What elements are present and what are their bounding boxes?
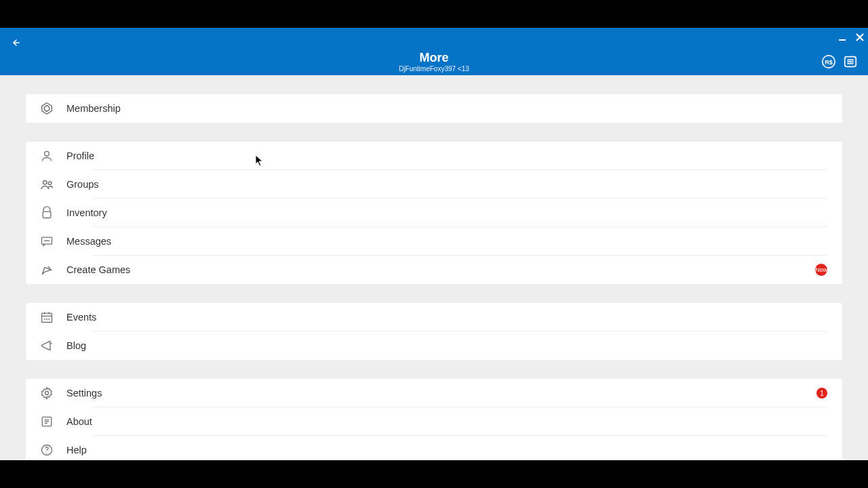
minimize-icon xyxy=(838,33,846,41)
menu-item-label: Create Games xyxy=(66,264,130,275)
menu-item-profile[interactable]: Profile xyxy=(26,142,842,170)
menu-item-groups[interactable]: Groups xyxy=(26,170,842,199)
back-arrow-icon xyxy=(9,37,20,48)
menu-item-settings[interactable]: Settings 1 xyxy=(26,379,842,407)
menu-item-membership[interactable]: Membership xyxy=(26,94,842,123)
close-icon xyxy=(856,33,864,41)
header-right-icons: R$ xyxy=(821,54,859,70)
menu-item-label: Events xyxy=(66,312,96,323)
menu-item-messages[interactable]: Messages xyxy=(26,227,842,256)
svg-point-12 xyxy=(45,151,50,156)
menu-item-blog[interactable]: Blog xyxy=(26,331,842,360)
svg-rect-15 xyxy=(43,211,51,218)
menu-item-label: Blog xyxy=(66,340,86,351)
minimize-button[interactable] xyxy=(837,33,848,41)
menu-item-label: Inventory xyxy=(66,207,107,218)
inventory-icon xyxy=(39,205,54,220)
close-button[interactable] xyxy=(854,33,865,41)
messages-icon xyxy=(39,234,54,249)
menu-item-label: Membership xyxy=(66,103,121,114)
about-icon xyxy=(39,414,54,429)
letterbox-top xyxy=(0,0,868,28)
menu-item-help[interactable]: Help xyxy=(26,436,842,460)
svg-marker-10 xyxy=(42,103,52,115)
robux-button[interactable]: R$ xyxy=(821,54,837,70)
menu-item-label: About xyxy=(66,416,92,427)
robux-icon: R$ xyxy=(821,54,836,69)
svg-rect-19 xyxy=(42,313,52,322)
header-bar: More DjFuntimeFoxy397 <13 R$ xyxy=(0,28,868,75)
create-games-icon xyxy=(39,262,54,277)
menu-item-label: Settings xyxy=(66,388,102,399)
menu-body: Membership Profile Groups xyxy=(0,75,868,460)
menu-section: Settings 1 About Help xyxy=(26,379,842,460)
blog-icon xyxy=(39,338,54,353)
menu-item-create-games[interactable]: Create Games New xyxy=(26,256,842,284)
svg-point-13 xyxy=(43,181,47,185)
svg-point-33 xyxy=(46,453,47,453)
membership-icon xyxy=(39,101,54,116)
notification-badge: 1 xyxy=(816,388,827,399)
letterbox-bottom xyxy=(0,460,868,488)
profile-icon xyxy=(39,148,54,163)
svg-marker-11 xyxy=(44,105,49,111)
events-icon xyxy=(39,310,54,325)
menu-section: Membership xyxy=(26,94,842,123)
new-badge: New xyxy=(815,264,827,276)
menu-item-events[interactable]: Events xyxy=(26,303,842,331)
menu-item-label: Groups xyxy=(66,179,99,190)
menu-item-inventory[interactable]: Inventory xyxy=(26,199,842,227)
user-subtitle: DjFuntimeFoxy397 <13 xyxy=(0,65,868,73)
page-title: More xyxy=(0,51,868,65)
menu-section: Events Blog xyxy=(26,303,842,360)
menu-item-about[interactable]: About xyxy=(26,407,842,436)
help-icon xyxy=(39,443,54,458)
svg-text:R$: R$ xyxy=(825,59,833,66)
app-window: More DjFuntimeFoxy397 <13 R$ Membership xyxy=(0,28,868,460)
svg-point-14 xyxy=(48,182,52,185)
groups-icon xyxy=(39,177,54,192)
menu-item-label: Profile xyxy=(66,150,94,161)
menu-item-label: Help xyxy=(66,445,87,455)
settings-icon xyxy=(39,386,54,401)
menu-section: Profile Groups Inventory xyxy=(26,142,842,284)
back-button[interactable] xyxy=(8,36,22,49)
menu-item-label: Messages xyxy=(66,236,111,247)
menu-button[interactable] xyxy=(842,54,859,70)
menu-icon xyxy=(843,54,858,69)
svg-point-27 xyxy=(45,392,49,395)
window-controls xyxy=(837,33,865,41)
